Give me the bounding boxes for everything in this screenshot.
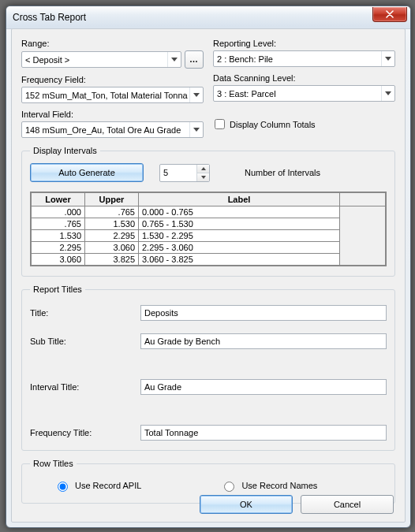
- data-scanning-level-label: Data Scanning Level:: [213, 73, 395, 83]
- reporting-level-combo[interactable]: 2 : Bench: Pile: [213, 50, 395, 67]
- interval-field-value: 148 mSum_Ore_Au, Total Ore Au Grade: [22, 125, 189, 135]
- spinner-up[interactable]: [197, 165, 209, 173]
- col-lower[interactable]: Lower: [32, 193, 85, 206]
- client-area: Range: < Deposit > … Frequency Field: 15…: [11, 28, 406, 523]
- ok-button[interactable]: OK: [200, 495, 293, 514]
- table-row[interactable]: .765 1.530 0.765 - 1.530: [32, 218, 386, 230]
- table-row[interactable]: 2.295 3.060 2.295 - 3.060: [32, 242, 386, 254]
- col-upper[interactable]: Upper: [85, 193, 139, 206]
- table-header-row: Lower Upper Label: [32, 193, 386, 206]
- title-label: Title:: [30, 308, 140, 318]
- close-button[interactable]: [372, 7, 407, 22]
- frequency-title-input[interactable]: Total Tonnage: [140, 425, 387, 441]
- subtitle-input[interactable]: Au Grade by Bench: [140, 333, 387, 349]
- interval-field-label: Interval Field:: [21, 110, 204, 119]
- interval-title-label: Interval Title:: [30, 382, 140, 392]
- interval-field-combo[interactable]: 148 mSum_Ore_Au, Total Ore Au Grade: [21, 121, 204, 138]
- frequency-field-combo[interactable]: 152 mSum_Mat_Ton, Total Material Tonna: [21, 87, 204, 103]
- frequency-field-label: Frequency Field:: [21, 75, 204, 84]
- chevron-down-icon: [201, 176, 206, 179]
- interval-count-spinner[interactable]: 5: [159, 164, 210, 182]
- radio-names-input[interactable]: [224, 482, 234, 492]
- col-label[interactable]: Label: [139, 193, 340, 206]
- close-icon: [386, 10, 394, 18]
- cancel-button[interactable]: Cancel: [301, 495, 394, 514]
- display-column-totals-checkbox[interactable]: [215, 119, 225, 129]
- display-intervals-legend: Display Intervals: [30, 146, 100, 155]
- chevron-down-icon: [381, 86, 394, 101]
- report-titles-group: Report Titles Title: Deposits Sub Title:…: [21, 285, 395, 451]
- range-value: < Deposit >: [22, 55, 167, 65]
- report-titles-legend: Report Titles: [30, 285, 85, 294]
- radio-use-record-apil[interactable]: Use Record APIL: [54, 479, 141, 492]
- chevron-up-icon: [201, 167, 206, 170]
- interval-count-value: 5: [160, 168, 196, 177]
- reporting-level-value: 2 : Bench: Pile: [214, 54, 381, 64]
- subtitle-label: Sub Title:: [30, 337, 140, 346]
- display-intervals-group: Display Intervals Auto Generate 5 Number…: [21, 146, 395, 277]
- radio-apil-input[interactable]: [58, 482, 68, 492]
- frequency-field-value: 152 mSum_Mat_Ton, Total Material Tonna: [22, 91, 189, 100]
- data-scanning-level-value: 3 : East: Parcel: [214, 89, 381, 99]
- window-title: Cross Tab Report: [13, 12, 86, 23]
- dialog-window: Cross Tab Report Range: < Deposit > …: [6, 6, 411, 528]
- table-row[interactable]: 1.530 2.295 1.530 - 2.295: [32, 230, 386, 242]
- intervals-table-container: Lower Upper Label .000 .765 0.000 - 0.76…: [30, 192, 387, 266]
- ellipsis-icon: …: [189, 55, 199, 64]
- display-column-totals-label: Display Column Totals: [230, 120, 316, 129]
- chevron-down-icon: [167, 52, 181, 67]
- chevron-down-icon: [189, 87, 203, 102]
- auto-generate-button[interactable]: Auto Generate: [30, 163, 144, 182]
- table-row[interactable]: 3.060 3.825 3.060 - 3.825: [32, 254, 386, 266]
- radio-use-record-names[interactable]: Use Record Names: [220, 479, 317, 492]
- range-combo[interactable]: < Deposit >: [21, 51, 181, 68]
- intervals-table[interactable]: Lower Upper Label .000 .765 0.000 - 0.76…: [31, 192, 386, 266]
- title-input[interactable]: Deposits: [140, 305, 387, 321]
- table-row[interactable]: .000 .765 0.000 - 0.765: [32, 206, 386, 218]
- range-label: Range:: [21, 39, 204, 48]
- frequency-title-label: Frequency Title:: [30, 428, 140, 437]
- reporting-level-label: Reporting Level:: [213, 39, 395, 48]
- dialog-footer: OK Cancel: [200, 495, 394, 514]
- range-browse-button[interactable]: …: [185, 50, 204, 69]
- spinner-down[interactable]: [197, 173, 209, 181]
- col-gutter: [340, 193, 386, 206]
- data-scanning-level-combo[interactable]: 3 : East: Parcel: [213, 85, 395, 102]
- chevron-down-icon: [381, 51, 394, 66]
- row-titles-legend: Row Titles: [30, 459, 77, 468]
- interval-count-label: Number of Intervals: [245, 168, 320, 177]
- table-gutter: [340, 206, 386, 266]
- titlebar[interactable]: Cross Tab Report: [6, 6, 410, 29]
- interval-title-input[interactable]: Au Grade: [140, 379, 387, 395]
- chevron-down-icon: [189, 122, 203, 137]
